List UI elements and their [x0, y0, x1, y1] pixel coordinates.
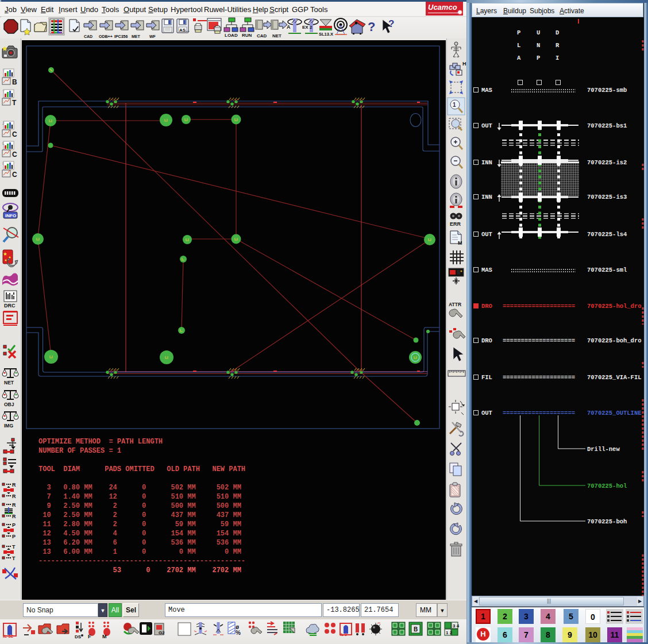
- svg-text:EX 2: EX 2: [302, 25, 313, 30]
- svg-text:INFO: INFO: [5, 213, 16, 218]
- svg-text:T: T: [2, 90, 5, 94]
- svg-text:C: C: [12, 171, 17, 179]
- svg-text:?: ?: [368, 20, 375, 34]
- svg-text:B: B: [12, 78, 17, 86]
- svg-text:WF: WF: [149, 34, 156, 38]
- svg-text:L: L: [2, 141, 5, 145]
- svg-text:R: R: [12, 514, 16, 519]
- svg-text:ATTR: ATTR: [449, 302, 461, 307]
- svg-text:M: M: [458, 240, 462, 246]
- svg-text:LOAD: LOAD: [225, 33, 238, 38]
- svg-text:R: R: [12, 493, 16, 499]
- svg-text:AS...: AS...: [179, 28, 190, 33]
- svg-text:CAD: CAD: [257, 33, 267, 38]
- svg-text:RUN: RUN: [242, 33, 252, 38]
- svg-text:T: T: [12, 544, 16, 550]
- svg-text:CAD: CAD: [84, 34, 92, 38]
- svg-text:1 2: 1 2: [446, 630, 453, 635]
- svg-text:T: T: [2, 69, 5, 73]
- svg-text:H: H: [462, 61, 466, 67]
- svg-text:P: P: [12, 522, 16, 528]
- svg-text:MET: MET: [132, 34, 141, 38]
- svg-text:NET: NET: [4, 380, 14, 385]
- svg-text:C: C: [12, 130, 17, 138]
- svg-text:NET: NET: [272, 33, 281, 38]
- svg-text:IMG: IMG: [4, 423, 13, 429]
- svg-text:B: B: [414, 626, 418, 633]
- svg-text:R: R: [12, 482, 16, 488]
- svg-text:M: M: [102, 634, 107, 639]
- svg-text:DRC: DRC: [4, 303, 16, 308]
- svg-text:F: F: [88, 634, 91, 639]
- svg-text:IL 2: IL 2: [340, 633, 347, 637]
- svg-text:IL 32: IL 32: [3, 634, 14, 639]
- svg-text:R: R: [12, 502, 16, 508]
- svg-text:I: I: [2, 161, 3, 165]
- svg-text:P: P: [12, 534, 16, 539]
- svg-text:ERR: ERR: [450, 221, 461, 227]
- svg-text:3 4: 3 4: [453, 623, 460, 628]
- svg-text:A: A: [287, 24, 291, 30]
- svg-text:T: T: [12, 556, 16, 561]
- svg-text:G2: G2: [159, 630, 165, 635]
- svg-text:SL13.X: SL13.X: [319, 32, 333, 37]
- svg-text:IPC356: IPC356: [114, 34, 128, 38]
- svg-text:1: 1: [453, 102, 456, 108]
- svg-text:T: T: [12, 99, 17, 107]
- svg-text:DS: DS: [75, 634, 82, 639]
- svg-text:C: C: [12, 151, 17, 159]
- svg-text:ODB++: ODB++: [99, 34, 113, 38]
- svg-text:OBJ: OBJ: [4, 402, 14, 407]
- svg-text:%: %: [236, 630, 241, 636]
- svg-text:J: J: [2, 121, 5, 125]
- svg-text:?: ?: [388, 18, 394, 29]
